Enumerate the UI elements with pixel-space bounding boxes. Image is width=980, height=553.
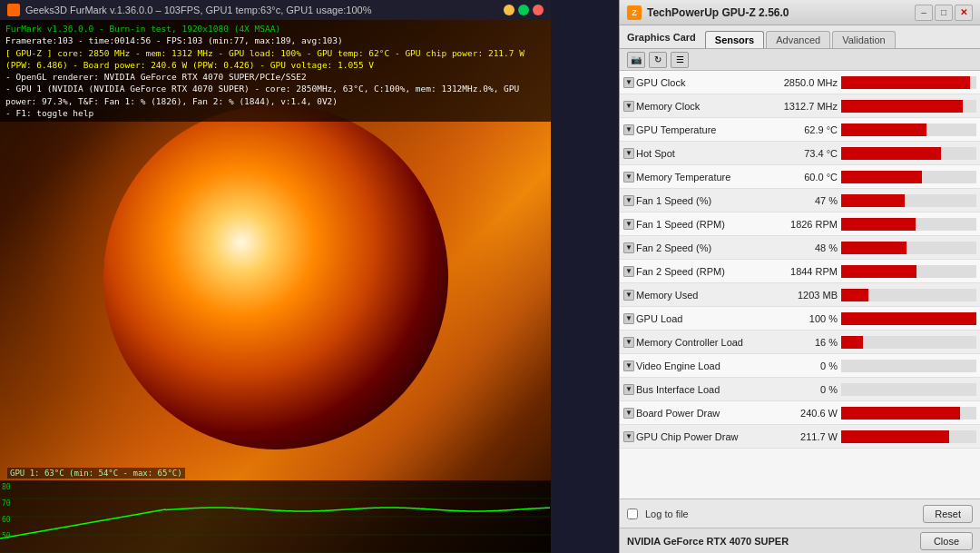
sensor-dropdown-8[interactable]: ▼ [623, 266, 634, 277]
sensor-value-6: 1826 RPM [778, 219, 841, 230]
temp-graph [0, 480, 551, 553]
sensor-dropdown-4[interactable]: ▼ [623, 172, 634, 183]
sensor-row: ▼ Fan 1 Speed (RPM) 1826 RPM [620, 212, 980, 236]
sensor-bar-14 [841, 407, 960, 420]
sensor-dropdown-2[interactable]: ▼ [623, 124, 634, 135]
sensor-dropdown-3[interactable]: ▼ [623, 148, 634, 159]
sensor-bar-6 [841, 218, 916, 231]
tab-sensors[interactable]: Sensors [705, 31, 764, 48]
sensor-row: ▼ Hot Spot 73.4 °C [620, 142, 980, 165]
sensor-name-6: ▼ Fan 1 Speed (RPM) [623, 219, 778, 230]
sensor-row: ▼ Memory Controller Load 16 % [620, 331, 980, 354]
gpuz-tabs: Graphics Card Sensors Advanced Validatio… [620, 25, 980, 49]
tab-validation[interactable]: Validation [832, 31, 896, 48]
sensor-dropdown-6[interactable]: ▼ [623, 219, 634, 230]
sensor-bar-container-12 [841, 360, 976, 372]
sensor-row: ▼ GPU Load 100 % [620, 307, 980, 331]
close-main-button[interactable]: Close [920, 532, 973, 550]
sensor-name-15: ▼ GPU Chip Power Draw [623, 431, 778, 442]
tab-graphics-card[interactable]: Graphics Card [627, 29, 703, 45]
log-to-file-checkbox[interactable] [627, 509, 638, 519]
sensor-row: ▼ Bus Interface Load 0 % [620, 378, 980, 401]
furmark-window-controls [504, 5, 544, 15]
sensor-dropdown-0[interactable]: ▼ [623, 77, 634, 88]
sensor-row: ▼ Fan 2 Speed (%) 48 % [620, 236, 980, 260]
temp-graph-label: GPU 1: 63°C (min: 54°C - max: 65°C) [7, 468, 185, 479]
refresh-button[interactable]: ↻ [649, 52, 667, 68]
sensor-row: ▼ Memory Temperature 60.0 °C [620, 165, 980, 189]
sensor-dropdown-9[interactable]: ▼ [623, 290, 634, 301]
sensor-row: ▼ Fan 2 Speed (RPM) 1844 RPM [620, 260, 980, 283]
sensor-row: ▼ GPU Temperature 62.9 °C [620, 118, 980, 142]
sensor-value-0: 2850.0 MHz [778, 77, 841, 88]
furmark-line1: FurMark v1.36.0.0 - Burn-in test, 1920x1… [5, 23, 545, 35]
minimize-button[interactable] [504, 5, 514, 15]
sensor-name-3: ▼ Hot Spot [623, 148, 778, 159]
sensor-bar-3 [841, 147, 941, 160]
sensor-dropdown-1[interactable]: ▼ [623, 101, 634, 112]
gpuz-close-button[interactable]: ✕ [955, 5, 973, 21]
sensor-bar-container-11 [841, 336, 976, 349]
sensor-bar-container-13 [841, 383, 976, 396]
sensor-value-8: 1844 RPM [778, 266, 841, 277]
gpu-name-bar: NVIDIA GeForce RTX 4070 SUPER Close [620, 528, 980, 553]
sensor-name-12: ▼ Video Engine Load [623, 360, 778, 371]
sensor-bar-container-7 [841, 242, 976, 254]
sensor-value-10: 100 % [778, 313, 841, 324]
gpuz-minimize-button[interactable]: – [915, 5, 933, 21]
sensor-value-3: 73.4 °C [778, 148, 841, 159]
camera-button[interactable]: 📷 [627, 52, 645, 68]
gpuz-icon: Z [627, 5, 642, 20]
sensor-bar-container-5 [841, 194, 976, 207]
sensor-name-14: ▼ Board Power Draw [623, 408, 778, 419]
sensor-bar-container-15 [841, 430, 976, 443]
sensor-dropdown-10[interactable]: ▼ [623, 313, 634, 324]
sensor-bar-container-14 [841, 407, 976, 420]
menu-button[interactable]: ☰ [671, 52, 689, 68]
sensor-row: ▼ Board Power Draw 240.6 W [620, 401, 980, 425]
sensor-bar-container-2 [841, 123, 976, 136]
sensor-name-7: ▼ Fan 2 Speed (%) [623, 242, 778, 253]
gpuz-footer: Log to file Reset [620, 499, 980, 528]
sensor-dropdown-13[interactable]: ▼ [623, 384, 634, 395]
sensor-dropdown-15[interactable]: ▼ [623, 431, 634, 442]
sensor-bar-container-0 [841, 76, 976, 89]
sensor-value-1: 1312.7 MHz [778, 101, 841, 112]
furmark-title: Geeks3D FurMark v.1.36.0.0 – 103FPS, GPU… [25, 5, 371, 15]
sensor-bar-container-1 [841, 100, 976, 113]
sensor-value-5: 47 % [778, 195, 841, 206]
sensor-dropdown-11[interactable]: ▼ [623, 337, 634, 348]
reset-button[interactable]: Reset [923, 505, 973, 523]
sensor-bar-container-8 [841, 265, 976, 278]
sensor-value-2: 62.9 °C [778, 124, 841, 135]
sensor-row: ▼ Video Engine Load 0 % [620, 354, 980, 378]
sensor-bar-9 [841, 289, 868, 301]
furmark-titlebar: Geeks3D FurMark v.1.36.0.0 – 103FPS, GPU… [0, 0, 551, 20]
tab-advanced[interactable]: Advanced [766, 31, 830, 48]
log-to-file-label: Log to file [645, 509, 689, 519]
sensor-dropdown-5[interactable]: ▼ [623, 195, 634, 206]
sensor-bar-2 [841, 123, 926, 136]
furmark-line4: - OpenGL renderer: NVIDIA GeForce RTX 40… [5, 71, 545, 83]
sensor-name-1: ▼ Memory Clock [623, 101, 778, 112]
sensor-dropdown-7[interactable]: ▼ [623, 242, 634, 253]
gpuz-titlebar: Z TechPowerUp GPU-Z 2.56.0 – □ ✕ [620, 0, 980, 25]
maximize-button[interactable] [518, 5, 529, 15]
gpuz-maximize-button[interactable]: □ [935, 5, 953, 21]
sensors-list: ▼ GPU Clock 2850.0 MHz ▼ Memory Clock 13… [620, 71, 980, 499]
sensor-dropdown-14[interactable]: ▼ [623, 408, 634, 419]
furmark-line5: - GPU 1 (NVIDIA (NVIDIA GeForce RTX 4070… [5, 83, 545, 107]
sensor-dropdown-12[interactable]: ▼ [623, 360, 634, 371]
sensor-bar-0 [841, 76, 970, 89]
sensor-bar-7 [841, 242, 906, 254]
sensor-row: ▼ Fan 1 Speed (%) 47 % [620, 189, 980, 212]
sensor-bar-4 [841, 171, 922, 183]
sensor-bar-container-3 [841, 147, 976, 160]
sensor-value-4: 60.0 °C [778, 172, 841, 183]
sensor-value-11: 16 % [778, 337, 841, 348]
sensor-value-7: 48 % [778, 242, 841, 253]
close-button[interactable] [533, 5, 544, 15]
gpuz-title: TechPowerUp GPU-Z 2.56.0 [647, 6, 909, 19]
sensor-name-2: ▼ GPU Temperature [623, 124, 778, 135]
gpu-name: NVIDIA GeForce RTX 4070 SUPER [627, 536, 789, 547]
